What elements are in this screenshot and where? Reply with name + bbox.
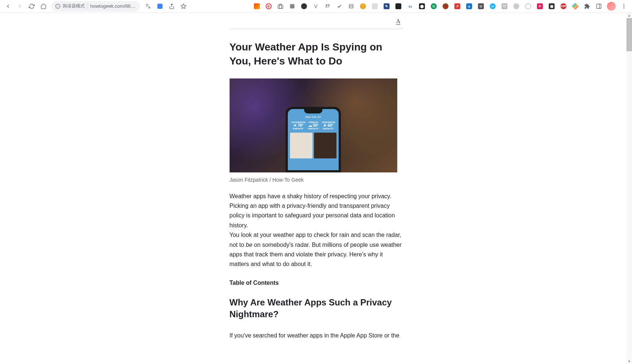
reader-toolbar: A — [230, 17, 403, 29]
article-paragraph: If you've searched for weather apps in t… — [230, 331, 403, 340]
home-button[interactable] — [38, 1, 49, 11]
extension-icon[interactable]: f? — [323, 2, 332, 11]
browser-toolbar: 阅读器模式 howtogeek.com/884... ⊘ V f? 😊 ✎ ››… — [0, 0, 632, 13]
extension-icon[interactable] — [571, 2, 580, 11]
article-paragraph: You look at your weather app to check fo… — [230, 230, 403, 269]
extension-icon[interactable]: G — [429, 2, 438, 11]
hero-image: New York, NY AFTERNOON ☀ 78° RealFeel 81… — [230, 78, 397, 172]
extension-icon[interactable] — [252, 2, 261, 11]
extension-icon[interactable] — [335, 2, 344, 11]
article-title: Your Weather App Is Spying on You, Here'… — [230, 40, 403, 68]
text-options-button[interactable]: A — [394, 17, 403, 26]
extension-icon[interactable]: ABP — [559, 2, 568, 11]
extension-icon[interactable]: ⬤ — [418, 2, 426, 11]
extension-icon[interactable]: ▦ — [547, 2, 556, 11]
profile-avatar[interactable] — [607, 2, 616, 11]
address-bar[interactable]: 阅读器模式 howtogeek.com/884... — [52, 1, 140, 11]
extension-icon[interactable]: V — [311, 2, 320, 11]
toc-heading[interactable]: Table of Contents — [230, 280, 403, 286]
extension-icon[interactable] — [524, 2, 533, 11]
chrome-menu-icon[interactable] — [619, 1, 629, 11]
url-text: howtogeek.com/884... — [90, 3, 136, 9]
bookmark-icon[interactable] — [179, 2, 188, 11]
side-panel-icon[interactable] — [594, 2, 603, 11]
reader-view-icon[interactable] — [156, 2, 164, 11]
extension-icon[interactable] — [276, 2, 285, 11]
extension-icon[interactable]: ▲ — [465, 2, 474, 11]
content-wrapper: A Your Weather App Is Spying on You, Her… — [0, 13, 632, 364]
extension-icon[interactable]: ›› — [406, 2, 415, 11]
extension-icon[interactable] — [288, 2, 297, 11]
svg-point-11 — [624, 6, 625, 7]
reader-content: A Your Weather App Is Spying on You, Her… — [230, 13, 403, 364]
extension-icon[interactable] — [347, 2, 356, 11]
back-button[interactable] — [3, 1, 13, 11]
svg-rect-5 — [349, 4, 353, 8]
phone-mockup: New York, NY AFTERNOON ☀ 78° RealFeel 81… — [286, 107, 341, 172]
extensions-menu-icon[interactable] — [583, 2, 591, 11]
extension-icon[interactable]: 🛡 — [500, 2, 509, 11]
article-paragraph: Weather apps have a shaky history of res… — [230, 192, 403, 231]
svg-marker-3 — [181, 4, 186, 8]
extension-icon[interactable]: ∞ — [488, 2, 497, 11]
extension-icon[interactable]: ↗ — [453, 2, 462, 11]
svg-point-10 — [624, 4, 625, 5]
phone-forecast-row: AFTERNOON ☀ 78° RealFeel 81° TONIGHT ☁ 5… — [288, 120, 339, 133]
scroll-down-arrow[interactable]: ▼ — [626, 358, 632, 364]
extension-icon[interactable]: ✕ — [535, 2, 544, 11]
share-icon[interactable] — [167, 2, 176, 11]
extension-icon[interactable]: ✎ — [382, 2, 391, 11]
extension-icon[interactable]: U — [476, 2, 485, 11]
svg-point-12 — [624, 7, 625, 8]
translate-icon[interactable] — [144, 2, 153, 11]
scrollbar[interactable]: ▲ ▼ — [626, 13, 632, 364]
forward-button[interactable] — [15, 1, 25, 11]
extension-icon[interactable] — [370, 2, 379, 11]
section-heading: Why Are Weather Apps Such a Privacy Nigh… — [230, 297, 403, 321]
extension-icon[interactable]: ⊘ — [264, 2, 273, 11]
extension-icon[interactable] — [300, 2, 308, 11]
site-info-icon[interactable] — [55, 4, 60, 9]
reload-button[interactable] — [27, 1, 37, 11]
extension-icon[interactable] — [394, 2, 403, 11]
scroll-up-arrow[interactable]: ▲ — [626, 13, 632, 18]
scroll-thumb[interactable] — [626, 18, 632, 51]
extension-icon[interactable]: 🐞 — [441, 2, 450, 11]
extension-icon[interactable]: 😊 — [359, 2, 367, 11]
svg-rect-4 — [278, 5, 283, 8]
extension-icon[interactable] — [512, 2, 521, 11]
image-caption: Jason Fitzpatrick / How-To Geek — [230, 177, 403, 183]
svg-rect-8 — [597, 4, 601, 8]
reader-mode-label: 阅读器模式 — [63, 3, 88, 9]
